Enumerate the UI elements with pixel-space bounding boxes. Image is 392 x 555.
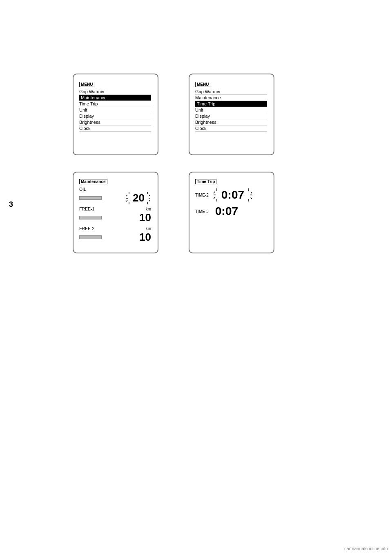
menu-item-clock-r[interactable]: Clock (195, 125, 267, 132)
menu-item-brightness[interactable]: Brightness (79, 119, 151, 125)
svg-line-13 (214, 197, 215, 199)
svg-line-3 (126, 200, 127, 201)
maintenance-header: Maintenance (79, 179, 107, 184)
menu-item-brightness-r[interactable]: Brightness (195, 119, 267, 125)
page-number: 3 (9, 200, 13, 209)
free1-bar (79, 216, 102, 219)
timetrip-time2-row: TIME-2 0:07 (195, 188, 267, 201)
menu-item-grip-warmer-r[interactable]: Grip Warmer (195, 89, 267, 95)
time2-value-container: 0:07 (214, 188, 252, 201)
time2-left-ticks (214, 188, 220, 201)
timetrip-time3-row: TIME-3 0:07 (195, 205, 267, 218)
menu-item-unit[interactable]: Unit (79, 107, 151, 113)
free2-value: 10 (139, 231, 151, 244)
svg-line-1 (126, 195, 127, 196)
time2-value: 0:07 (220, 188, 245, 201)
free1-label: FREE-1 (79, 206, 94, 211)
menu-item-display-r[interactable]: Display (195, 113, 267, 119)
menu-list-top-right: Grip Warmer Maintenance Time Trip Unit D… (195, 89, 267, 132)
free2-bar (79, 235, 102, 239)
maintenance-free1-item: FREE-1 km 10 (79, 206, 151, 224)
panel-bottom-right: Time Trip TIME-2 0:07 (189, 172, 274, 253)
watermark: carmanualsonline.info (344, 546, 388, 551)
time2-label: TIME-2 (195, 193, 214, 197)
maintenance-oil-item: OIL 20 (79, 187, 151, 204)
svg-line-18 (251, 197, 252, 199)
menu-item-time-trip[interactable]: Time Trip (79, 101, 151, 107)
maintenance-free2-item: FREE-2 km 10 (79, 226, 151, 244)
panel-bottom-left: Maintenance OIL 20 (73, 172, 158, 253)
svg-line-11 (214, 192, 215, 193)
svg-line-8 (149, 200, 150, 201)
oil-value-container: 20 (126, 192, 151, 204)
menu-label-top-right: MENU (195, 82, 210, 87)
menu-item-maintenance-r[interactable]: Maintenance (195, 95, 267, 101)
menu-item-unit-r[interactable]: Unit (195, 107, 267, 113)
time2-right-ticks (245, 188, 252, 201)
menu-item-clock[interactable]: Clock (79, 125, 151, 132)
menu-item-display[interactable]: Display (79, 113, 151, 119)
free2-unit: km (146, 226, 151, 231)
oil-value: 20 (133, 192, 145, 204)
time3-label: TIME-3 (195, 209, 214, 214)
timetrip-header: Time Trip (195, 179, 216, 184)
svg-line-16 (251, 192, 252, 193)
oil-bar (79, 196, 102, 200)
oil-tick-marks-left (126, 192, 132, 204)
menu-label-top-left: MENU (79, 82, 94, 87)
time3-value: 0:07 (214, 205, 238, 218)
svg-line-6 (149, 195, 150, 196)
menu-item-maintenance-selected[interactable]: Maintenance (79, 95, 151, 101)
panel-top-right: MENU Grip Warmer Maintenance Time Trip U… (189, 74, 274, 155)
menu-item-grip-warmer[interactable]: Grip Warmer (79, 89, 151, 95)
menu-list-top-left: Grip Warmer Maintenance Time Trip Unit D… (79, 89, 151, 132)
oil-tick-marks-right (145, 192, 150, 204)
panel-top-left: MENU Grip Warmer Maintenance Time Trip U… (73, 74, 158, 155)
menu-item-time-trip-selected[interactable]: Time Trip (195, 101, 267, 107)
free1-value: 10 (139, 211, 151, 224)
free2-label: FREE-2 (79, 226, 94, 231)
oil-label: OIL (79, 187, 151, 192)
free1-unit: km (146, 207, 151, 211)
